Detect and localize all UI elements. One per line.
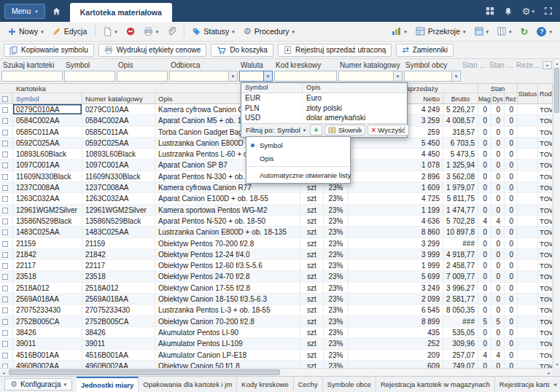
- row-checkbox[interactable]: [2, 330, 8, 336]
- row-checkbox[interactable]: [2, 162, 8, 168]
- row-checkbox[interactable]: [2, 341, 8, 347]
- table-row[interactable]: 1263C032AA1263C032AAAparat Canion E100D …: [0, 193, 553, 204]
- currency-row[interactable]: USDdolar amerykański: [241, 113, 407, 123]
- row-checkbox[interactable]: [2, 152, 8, 157]
- table-row[interactable]: 3901139011Akumulator Pentos LI-109szt23%…: [0, 338, 553, 349]
- row-checkbox[interactable]: [2, 185, 8, 191]
- clear-button[interactable]: × Wyczyść: [368, 125, 408, 136]
- row-checkbox[interactable]: [2, 319, 8, 325]
- row-checkbox[interactable]: [2, 174, 8, 180]
- column-header-numer[interactable]: Numer katalogowy: [82, 93, 155, 104]
- table-row[interactable]: 13586N529Black13586N529BlackAparat Pento…: [0, 216, 553, 227]
- search-kartoteka-input[interactable]: [1, 71, 63, 82]
- tab-scroll-left-icon[interactable]: ◂: [550, 377, 560, 392]
- row-checkbox[interactable]: [2, 263, 8, 269]
- chevron-down-icon[interactable]: ▾: [393, 71, 402, 81]
- bottom-tab[interactable]: Rejestracja kartoteki w firmach: [495, 377, 550, 392]
- horizontal-scrollbar[interactable]: ◂ ▸: [0, 368, 553, 376]
- column-header-brutto[interactable]: Brutto: [443, 93, 478, 104]
- select-all-checkbox[interactable]: [2, 96, 8, 102]
- views-button[interactable]: Przekroje ▾: [412, 25, 470, 38]
- symbol-filter-input[interactable]: [64, 71, 115, 82]
- bottom-tab[interactable]: Kody kreskowe: [237, 377, 293, 392]
- row-checkbox[interactable]: [2, 118, 8, 124]
- vertical-scroll-thumb[interactable]: [554, 68, 559, 113]
- print-button[interactable]: ▾: [140, 25, 163, 38]
- dictionary-button[interactable]: Słownik: [324, 125, 366, 136]
- attachment-button[interactable]: [163, 25, 179, 39]
- help-button[interactable]: ? ▾: [533, 25, 556, 39]
- lost-sale-button[interactable]: Rejestruj sprzedaż utraconą: [278, 44, 392, 57]
- substitutes-button[interactable]: ⇄ Zamienniki: [396, 44, 454, 57]
- scroll-right-arrow[interactable]: ▸: [545, 369, 553, 376]
- settings-gear-button[interactable]: ⚙▾: [522, 7, 534, 16]
- chart-button[interactable]: ▾: [388, 25, 411, 38]
- bottom-tab[interactable]: Rejestracja kartotek w magazynach: [376, 377, 495, 392]
- row-checkbox[interactable]: [2, 219, 8, 224]
- menu-button[interactable]: Menu ▾: [4, 4, 45, 19]
- row-checkbox[interactable]: [2, 297, 8, 302]
- table-row[interactable]: 2351823518Obiektyw Pentos 24-70 f/2.8szt…: [0, 271, 553, 282]
- column-header-mag[interactable]: Mag: [478, 93, 491, 104]
- vertical-scrollbar[interactable]: ▴ ▾: [553, 59, 560, 368]
- chevron-down-icon[interactable]: ▾: [228, 71, 237, 81]
- scroll-down-arrow[interactable]: ▾: [553, 360, 560, 368]
- menu-item[interactable]: Automatyczne otwieranie listy: [246, 168, 350, 181]
- kod-kreskowy-filter-input[interactable]: [274, 71, 337, 82]
- tab-kartoteka-materialowa[interactable]: Kartoteka materiałowa: [70, 3, 172, 22]
- row-checkbox[interactable]: [2, 252, 8, 258]
- row-checkbox[interactable]: [2, 141, 8, 146]
- edit-button[interactable]: Edycja: [49, 25, 91, 38]
- table-row[interactable]: 2569A018AA2569A018AAObiektyw Canion 18-1…: [0, 294, 553, 305]
- table-row[interactable]: 2184221842Obiektyw Pentos 12-24 f/4.0szt…: [0, 249, 553, 260]
- currency-col-opis[interactable]: Opis: [303, 83, 407, 93]
- scroll-left-arrow[interactable]: ◂: [0, 369, 7, 376]
- add-to-basket-button[interactable]: Do koszyka: [211, 44, 273, 57]
- currency-row[interactable]: PLNzłoty polski: [241, 103, 407, 114]
- table-row[interactable]: 4516B001AA4516B001AAAkumulator Canion LP…: [0, 350, 553, 361]
- table-row[interactable]: 2752B005CA2752B005CAObiektyw Canion 70-2…: [0, 316, 553, 327]
- column-header-rodzaj[interactable]: Rodzaj handlowy: [538, 84, 553, 104]
- bottom-tab[interactable]: Jednostki miary: [77, 377, 139, 392]
- apps-grid-icon[interactable]: [486, 7, 494, 15]
- row-checkbox[interactable]: [2, 307, 8, 313]
- table-row[interactable]: 2115921159Obiektyw Pentos 70-200 f/2.8sz…: [0, 238, 553, 249]
- bottom-tab[interactable]: Opakowania dla kartotek i jm: [139, 377, 237, 392]
- opis-filter-input[interactable]: [117, 71, 168, 82]
- filter-by-button[interactable]: Filtruj po:Symbol ▾: [244, 126, 308, 134]
- row-checkbox[interactable]: [2, 286, 8, 291]
- row-checkbox[interactable]: [2, 241, 8, 247]
- delete-button[interactable]: [122, 25, 139, 38]
- row-checkbox[interactable]: [2, 353, 8, 358]
- column-header-status[interactable]: Status: [518, 84, 538, 104]
- home-button[interactable]: [52, 7, 61, 16]
- bottom-tab[interactable]: Cechy: [294, 377, 323, 392]
- column-header-rez[interactable]: Rez: [505, 93, 518, 104]
- expand-icon[interactable]: [544, 7, 553, 15]
- currency-row[interactable]: EUREuro: [241, 93, 407, 103]
- column-chooser-button[interactable]: ▾: [542, 61, 552, 69]
- table-row[interactable]: 3842638426Akumulator Pentos LI-90szt23%4…: [0, 327, 553, 338]
- statuses-button[interactable]: Statusy ▾: [189, 25, 238, 38]
- chevron-down-icon[interactable]: ▾: [451, 71, 460, 81]
- add-currency-button[interactable]: +: [310, 125, 322, 136]
- scroll-up-arrow[interactable]: ▴: [553, 59, 560, 67]
- column-header-symbol[interactable]: Symbol: [13, 93, 82, 104]
- horizontal-scroll-thumb[interactable]: [9, 369, 280, 375]
- row-checkbox[interactable]: [2, 208, 8, 213]
- table-row[interactable]: 2211722117Obiektyw Pentos 12-60 f/3.5-5.…: [0, 260, 553, 271]
- numer-katalogowy-filter-combo[interactable]: ▾: [338, 71, 402, 82]
- row-checkbox[interactable]: [2, 230, 8, 235]
- chevron-down-icon[interactable]: ▾: [263, 71, 272, 81]
- row-checkbox[interactable]: [2, 107, 8, 113]
- row-checkbox[interactable]: [2, 130, 8, 136]
- table-row[interactable]: 2518A0122518A012Obiektyw Canion 17-55 f/…: [0, 283, 553, 294]
- bottom-tab[interactable]: Symbole obce: [323, 377, 376, 392]
- layout-button[interactable]: ▾: [471, 25, 493, 38]
- print-labels-button[interactable]: Wydrukuj etykiety cenowe: [98, 44, 207, 57]
- table-row[interactable]: 12961WGM2Silver12961WGM2SilverKamera spo…: [0, 205, 553, 216]
- new-button[interactable]: Nowy ▾: [4, 25, 47, 38]
- copy-symbol-button[interactable]: Kopiowanie symbolu: [4, 44, 94, 57]
- menu-item[interactable]: Opis: [246, 152, 350, 165]
- procedures-button[interactable]: ⚙ Procedury ▾: [240, 25, 298, 38]
